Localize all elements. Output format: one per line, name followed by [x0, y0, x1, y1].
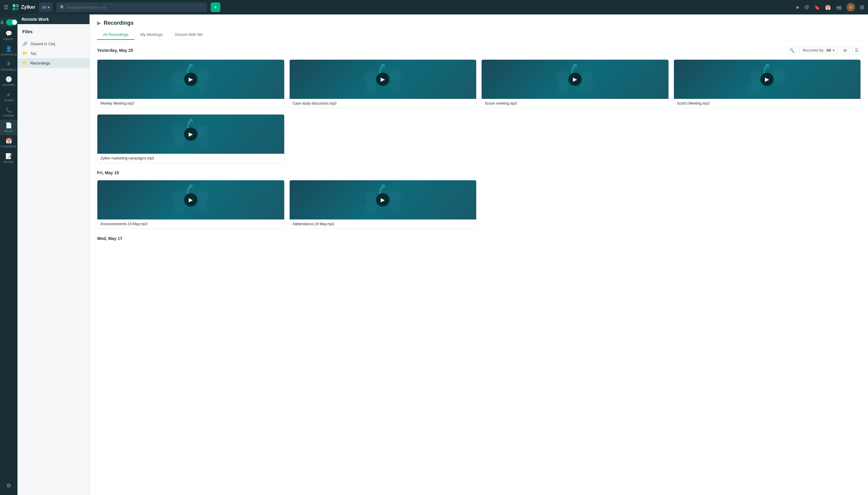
recording-thumbnail-1: ▶: [97, 60, 284, 99]
section-controls: 🔍 Recorded By: All ▾ ⊞ ☰: [788, 46, 861, 54]
section-may17-date: Wed, May 17: [97, 236, 122, 241]
play-button-7[interactable]: ▶: [376, 193, 389, 206]
files-sidebar-title: Files: [17, 24, 89, 39]
recording-name-2: Case study discussion.mp3: [290, 99, 476, 108]
sidebar-item-calendar[interactable]: 📅 CALENDAR: [0, 135, 17, 150]
recordings-title-icon: ▶: [97, 20, 101, 26]
list-view-button[interactable]: ☰: [852, 46, 861, 54]
tab-shared-with-me[interactable]: Shared With Me: [169, 30, 209, 40]
logo-icon: [12, 4, 19, 11]
recorded-by-filter[interactable]: Recorded By: All ▾: [799, 47, 838, 54]
app-logo: Zylker: [12, 4, 35, 11]
sidebar-item-files[interactable]: 📄 FILES: [0, 120, 17, 135]
recording-thumbnail-3: ▶: [482, 60, 669, 99]
app-grid-icon[interactable]: ⊞: [860, 4, 864, 11]
search-filter-dropdown[interactable]: All ▾: [39, 2, 52, 12]
recording-name-6: Announcements-19 May.mp3: [97, 220, 284, 228]
svg-rect-3: [16, 7, 19, 10]
search-bar[interactable]: 🔍: [56, 2, 207, 12]
sidebar-item-history[interactable]: 🕐 HISTORY: [0, 73, 17, 89]
section-may25-date: Yesterday, May 25: [97, 48, 133, 53]
recording-card-announcements[interactable]: ▶ Announcements-19 May.mp3: [97, 180, 284, 229]
svg-point-14: [365, 71, 376, 82]
recording-name-1: Weekly Meeting.mp3: [97, 99, 284, 108]
recording-name-5: Zylker-marketing-campaigns.mp3: [97, 154, 284, 163]
recording-name-4: Scott's Meeting.mp3: [674, 99, 861, 108]
tab-all-recordings[interactable]: All Recordings: [97, 30, 135, 40]
calendar-nav-icon: 📅: [5, 137, 12, 144]
mention-icon[interactable]: @: [804, 4, 809, 10]
sidebar-item-chats[interactable]: 💬 CHATS: [0, 28, 17, 43]
recording-name-7: #atttendance-19 May.mp3: [290, 220, 476, 228]
section-may25-header: Yesterday, May 25 🔍 Recorded By: All ▾ ⊞…: [97, 46, 861, 54]
avatar[interactable]: U: [847, 3, 855, 12]
section-may19: Fri, May 19: [97, 170, 861, 229]
play-button-2[interactable]: ▶: [376, 73, 389, 86]
channels-icon: #: [7, 61, 10, 67]
play-button-6[interactable]: ▶: [184, 193, 197, 206]
meetings-icon[interactable]: 📹: [836, 4, 842, 10]
recording-thumbnail-5: ▶: [97, 115, 284, 154]
hamburger-menu[interactable]: ☰: [4, 4, 8, 11]
icon-sidebar: 🖥 💬 CHATS 👤 CONTACTS # CHANNELS 🕐 HISTOR…: [0, 15, 17, 495]
recording-card-scotts-meeting[interactable]: ▶ Scott's Meeting.mp3: [674, 59, 861, 108]
svg-point-32: [774, 71, 784, 82]
sidebar-item-channels[interactable]: # CHANNELS: [0, 58, 17, 73]
svg-point-53: [365, 202, 376, 213]
calendar-icon[interactable]: 📅: [825, 4, 831, 10]
recording-card-scrum[interactable]: ▶ Scrum meeting.mp3: [481, 59, 669, 108]
svg-point-6: [197, 71, 208, 82]
taz-folder-icon: 📁: [22, 51, 28, 56]
workspace-toggle[interactable]: [6, 19, 17, 25]
play-button-5[interactable]: ▶: [184, 127, 197, 141]
recording-thumbnail-7: ▶: [290, 180, 476, 220]
recordings-title: ▶ Recordings: [97, 20, 861, 26]
bookmark-icon[interactable]: 🔖: [814, 4, 820, 10]
recordings-folder-icon: 📁: [22, 61, 28, 65]
files-sidebar-item-recordings[interactable]: 📁 Recordings: [17, 58, 89, 68]
svg-point-37: [173, 126, 184, 137]
contacts-icon: 👤: [5, 46, 12, 52]
sidebar-item-tasks[interactable]: ✓ TASKS: [0, 89, 17, 104]
search-input[interactable]: [67, 5, 204, 10]
tab-my-meetings[interactable]: My Meetings: [135, 30, 169, 40]
svg-point-27: [582, 81, 592, 92]
play-button-4[interactable]: ▶: [760, 73, 774, 86]
svg-point-52: [389, 191, 400, 202]
recordings-search-button[interactable]: 🔍: [788, 46, 796, 54]
section-may17: Wed, May 17: [97, 236, 861, 241]
main-content: Yesterday, May 25 🔍 Recorded By: All ▾ ⊞…: [90, 40, 868, 495]
recordings-tabs: All Recordings My Meetings Shared With M…: [97, 30, 861, 40]
section-may19-header: Fri, May 19: [97, 170, 861, 175]
sidebar-item-contacts[interactable]: 👤 CONTACTS: [0, 43, 17, 58]
play-button-1[interactable]: ▶: [184, 73, 197, 86]
phone-icon: 📞: [5, 107, 12, 113]
svg-point-48: [197, 202, 208, 213]
section-may19-date: Fri, May 19: [97, 170, 119, 175]
recording-card-case-study[interactable]: ▶ Case study discussion.mp3: [289, 59, 477, 108]
svg-point-23: [558, 71, 569, 82]
notes-icon: 📝: [5, 153, 12, 159]
svg-point-33: [749, 81, 760, 92]
recording-card-weekly-meeting[interactable]: ▶ Weekly Meeting.mp3: [97, 59, 284, 108]
grid-view-button[interactable]: ⊞: [841, 46, 849, 54]
svg-point-10: [208, 76, 216, 85]
online-status-dot: [853, 9, 855, 12]
play-button-3[interactable]: ▶: [569, 73, 582, 86]
files-sidebar-item-shared[interactable]: 🔗 Shared in Cliq: [17, 39, 89, 49]
star-icon[interactable]: ★: [795, 4, 800, 10]
recording-card-attendance[interactable]: ▶ #atttendance-19 May.mp3: [289, 180, 477, 229]
svg-rect-0: [13, 4, 15, 7]
sidebar-item-settings[interactable]: ⚙: [5, 480, 12, 491]
search-icon: 🔍: [60, 5, 65, 10]
files-sidebar-item-taz[interactable]: 📁 Taz: [17, 49, 89, 58]
add-button[interactable]: +: [211, 2, 220, 12]
monitor-icon: 🖥: [0, 20, 4, 25]
sidebar-item-notes[interactable]: 📝 NOTES: [0, 150, 17, 166]
topbar-actions: ★ @ 🔖 📅 📹 U ⊞: [795, 3, 864, 12]
sidebar-item-phone[interactable]: 📞 PHONE: [0, 104, 17, 120]
svg-point-20: [400, 76, 408, 85]
recording-card-marketing[interactable]: ▶ Zylker-marketing-campaigns.mp3: [97, 114, 284, 163]
svg-point-34: [784, 76, 792, 85]
svg-point-16: [389, 71, 400, 82]
